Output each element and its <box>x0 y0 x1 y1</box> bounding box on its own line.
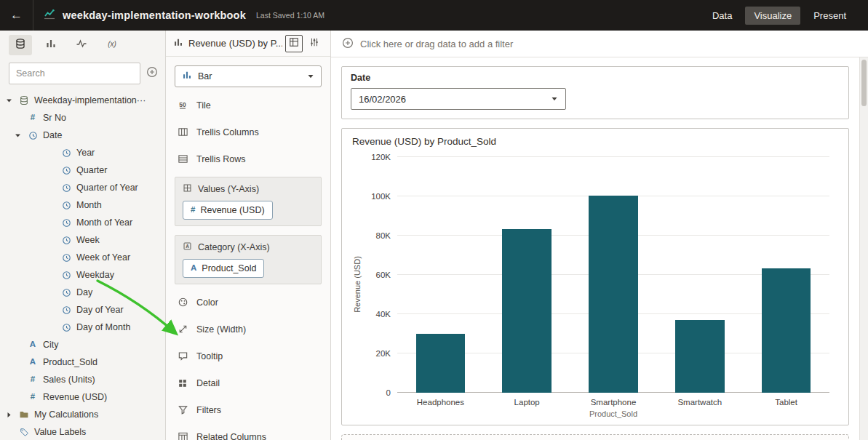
nav-visualize[interactable]: Visualize <box>745 7 800 25</box>
grammar-panel: Revenue (USD) by P... Bar 50TileTrellis … <box>166 31 331 440</box>
tab-data[interactable] <box>9 35 32 55</box>
tree-item-label: Weekday-implementation··· <box>34 95 146 105</box>
bar-smartwatch[interactable] <box>675 320 725 393</box>
clock-icon <box>60 236 73 245</box>
drop-target-trellis-columns[interactable]: Trellis Columns <box>166 119 330 145</box>
category-pill-product-sold[interactable]: A Product_Sold <box>183 259 264 278</box>
tree-item-field-quarter-of-year[interactable]: Quarter of Year <box>0 179 165 196</box>
x-axis-title: Product_Sold <box>397 409 829 418</box>
tree-item-field-year[interactable]: Year <box>0 144 165 161</box>
drop-target-label: Color <box>196 297 218 308</box>
scrollbar[interactable] <box>859 57 868 440</box>
bar-slot <box>656 157 743 393</box>
values-y-axis-drop-zone[interactable]: Values (Y-Axis) # Revenue (USD) <box>175 177 322 226</box>
grammar-header: Revenue (USD) by P... <box>166 31 330 57</box>
tag-icon <box>17 428 31 437</box>
tree-item-field-day[interactable]: Day <box>0 284 165 301</box>
drop-target-trellis-rows[interactable]: Trellis Rows <box>166 145 330 172</box>
clock-icon <box>60 148 73 158</box>
tree-item-field-city[interactable]: ACity <box>0 336 165 353</box>
drop-target-tile[interactable]: 50Tile <box>166 92 330 119</box>
drop-target-related-columns[interactable]: Related Columns <box>166 423 330 440</box>
search-input[interactable] <box>9 63 140 84</box>
category-icon: A <box>183 241 192 253</box>
filter-bar[interactable]: Click here or drag data to add a filter <box>331 31 868 57</box>
tab-functions[interactable]: (x) <box>100 35 124 55</box>
collapse-icon[interactable] <box>15 132 26 139</box>
values-pill-revenue-usd[interactable]: # Revenue (USD) <box>183 201 273 220</box>
chevron-down-icon <box>307 70 314 83</box>
tab-visualizations[interactable] <box>39 35 63 55</box>
tree-item-field-day-of-year[interactable]: Day of Year <box>0 301 165 319</box>
category-x-axis-drop-zone[interactable]: A Category (X-Axis) A Product_Sold <box>175 235 322 284</box>
x-tick-label: Headphones <box>397 398 484 407</box>
collapse-icon[interactable] <box>6 97 17 104</box>
values-grid-icon <box>183 183 192 195</box>
size-width-icon <box>176 324 189 335</box>
tree-item-field-revenue-usd[interactable]: #Revenue (USD) <box>0 388 165 406</box>
x-tick-label: Laptop <box>484 398 570 407</box>
clock-icon <box>60 183 73 193</box>
drop-target-label: Tile <box>196 100 211 111</box>
tree-item-value-labels[interactable]: Value Labels <box>0 423 165 440</box>
clock-icon <box>60 288 73 297</box>
tree-item-field-date[interactable]: Date <box>0 127 165 144</box>
properties-sliders-button[interactable] <box>306 35 323 52</box>
bar-tablet[interactable] <box>762 268 811 393</box>
nav-present[interactable]: Present <box>805 7 855 25</box>
bar-slot <box>743 157 829 393</box>
y-axis-title: Revenue (USD) <box>353 256 362 313</box>
chart-card[interactable]: Revenue (USD) by Product_Sold Revenue (U… <box>341 128 849 425</box>
bar-slot <box>397 157 484 393</box>
filters-icon <box>176 404 189 415</box>
chevron-down-icon <box>551 94 558 105</box>
drop-target-color[interactable]: Color <box>166 289 330 316</box>
bar-headphones[interactable] <box>416 334 466 393</box>
tree-item-field-weekday[interactable]: Weekday <box>0 266 165 284</box>
y-tick-label: 120K <box>371 153 391 161</box>
plot-area: 020K40K60K80K100K120K <box>397 157 829 393</box>
bar-smartphone[interactable] <box>589 196 638 393</box>
dataset-icon <box>17 95 31 105</box>
tree-item-field-sr-no[interactable]: #Sr No <box>0 109 165 127</box>
bar-slot <box>570 157 657 393</box>
layout-grid-button[interactable] <box>285 35 303 52</box>
date-filter-dropdown[interactable]: 16/02/2026 <box>351 88 566 110</box>
sliders-icon <box>309 37 319 50</box>
viz-type-dropdown[interactable]: Bar <box>175 65 322 87</box>
svg-text:A: A <box>186 244 189 249</box>
tree-item-label: Year <box>76 148 95 158</box>
scrollbar-thumb[interactable] <box>861 60 867 106</box>
clock-icon <box>60 323 73 332</box>
tree-item-dataset-weekday-implementation[interactable]: Weekday-implementation··· <box>0 92 165 109</box>
tree-item-field-product-sold[interactable]: AProduct_Sold <box>0 353 165 371</box>
tree-item-label: Day of Month <box>76 322 130 332</box>
tree-item-field-week-of-year[interactable]: Week of Year <box>0 249 165 266</box>
back-button[interactable]: ← <box>0 0 33 31</box>
drop-target-tooltip[interactable]: Tooltip <box>166 343 330 369</box>
tab-analytics[interactable] <box>70 35 93 55</box>
drop-target-size-width[interactable]: Size (Width) <box>166 316 330 343</box>
tree-item-field-month[interactable]: Month <box>0 196 165 214</box>
clock-icon <box>26 131 39 140</box>
workbook-chart-icon <box>42 7 57 24</box>
tree-item-label: Revenue (USD) <box>43 392 107 402</box>
tree-item-field-week[interactable]: Week <box>0 231 165 249</box>
tree-item-label: Date <box>43 130 62 140</box>
add-data-button[interactable] <box>146 65 158 82</box>
tree-item-field-quarter[interactable]: Quarter <box>0 161 165 179</box>
tree-item-field-day-of-month[interactable]: Day of Month <box>0 319 165 336</box>
back-arrow-icon: ← <box>10 8 23 23</box>
tree-item-label: City <box>43 340 59 350</box>
expand-icon[interactable] <box>6 412 17 418</box>
tree-item-field-month-of-year[interactable]: Month of Year <box>0 214 165 231</box>
bar-laptop[interactable] <box>502 229 552 393</box>
drop-target-label: Filters <box>196 405 221 415</box>
nav-data[interactable]: Data <box>704 7 741 25</box>
drop-target-filters[interactable]: Filters <box>166 396 330 423</box>
tree-item-field-sales-units[interactable]: #Sales (Units) <box>0 371 165 388</box>
clock-icon <box>60 218 73 228</box>
tree-item-label: Week <box>76 235 100 245</box>
tree-item-my-calculations[interactable]: My Calculations <box>0 406 165 423</box>
drop-target-detail[interactable]: Detail <box>166 369 330 396</box>
